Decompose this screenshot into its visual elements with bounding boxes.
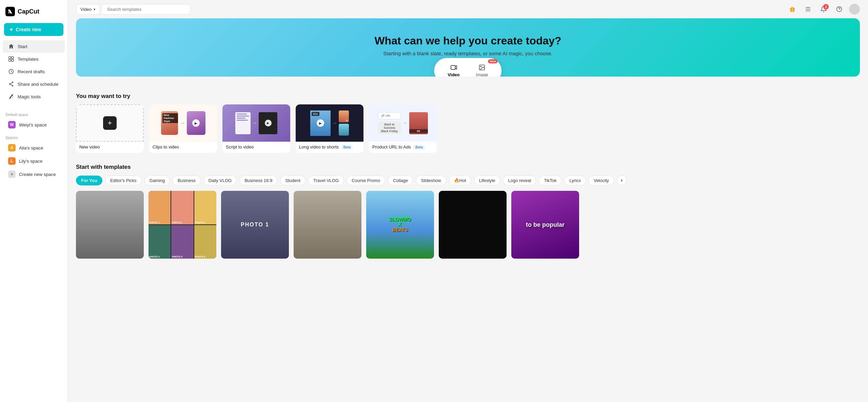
sidebar: CapCut + Create new Start Templates Rece… <box>0 0 68 402</box>
create-space-icon: + <box>8 170 16 178</box>
beta-badge-1: Beta <box>341 145 353 149</box>
chip-tiktok[interactable]: TikTok <box>539 176 561 185</box>
chip-hot[interactable]: 🔥Hot <box>449 176 471 185</box>
template-thumb-4[interactable] <box>294 191 361 259</box>
start-label: Start <box>18 44 27 49</box>
gift-button[interactable] <box>787 3 798 15</box>
svg-rect-4 <box>9 59 11 61</box>
photo1-text: PHOTO 1 <box>241 222 269 228</box>
clips-to-video-thumbnail: New Fashion Style → ▶ <box>149 104 217 142</box>
default-space-item[interactable]: W Weiyi's space <box>3 118 65 131</box>
chip-collage[interactable]: Collage <box>388 176 413 185</box>
create-new-button[interactable]: + Create new <box>4 23 63 36</box>
duration-label: 92s <box>312 112 319 116</box>
template-thumb-1[interactable] <box>76 191 144 259</box>
create-space-label: Create new space <box>19 172 56 177</box>
chip-course-promo[interactable]: Course Promo <box>347 176 385 185</box>
product-url-label: Product URL to Ads Beta <box>369 142 437 153</box>
video-tab-label: Video <box>448 72 459 77</box>
template-thumb-2[interactable]: PHOTO 1 PHOTO 2 PHOTO 3 PHOTO 4 PHOTO 5 … <box>149 191 216 259</box>
create-new-label: Create new <box>16 27 41 32</box>
chip-daily-vlog[interactable]: Daily VLOG <box>203 176 237 185</box>
svg-rect-13 <box>451 65 455 69</box>
hero-tab-video[interactable]: Video <box>441 61 466 77</box>
beta-badge-2: Beta <box>413 145 425 149</box>
share-icon <box>8 81 14 87</box>
try-card-new-video[interactable]: + New video <box>76 104 144 153</box>
hero-title: What can we help you create today? <box>87 35 849 47</box>
magic-tools-label: Magic tools <box>18 94 41 99</box>
chip-student[interactable]: Student <box>280 176 305 185</box>
chevron-down-icon: ▾ <box>94 7 95 11</box>
sidebar-item-recent-drafts[interactable]: Recent drafts <box>3 65 65 78</box>
photo-label-1: PHOTO 1 <box>149 221 160 224</box>
hero-tab-image[interactable]: Image New <box>469 61 495 77</box>
try-card-script-to-video[interactable]: → ▶ Script to video <box>222 104 290 153</box>
content-area: You may want to try + New video New Fash… <box>68 82 868 267</box>
chip-travel-vlog[interactable]: Travel VLOG <box>308 176 344 185</box>
main-content: Video ▾ 2 What can we help you create to… <box>68 0 868 402</box>
app-logo: CapCut <box>0 4 67 22</box>
create-new-space-item[interactable]: + Create new space <box>3 168 65 181</box>
default-space-avatar: W <box>8 121 16 128</box>
try-card-clips-to-video[interactable]: New Fashion Style → ▶ Clips to video <box>149 104 217 153</box>
chip-business-169[interactable]: Business 16:9 <box>239 176 277 185</box>
svg-point-8 <box>9 84 11 85</box>
script-to-video-thumbnail: → ▶ <box>222 104 290 142</box>
svg-point-15 <box>480 66 481 67</box>
template-thumb-5[interactable]: SLOWMOXBEATS <box>366 191 434 259</box>
new-video-label: New video <box>76 142 144 153</box>
chips-scroll-right[interactable]: › <box>617 175 627 185</box>
help-button[interactable] <box>833 3 845 15</box>
chip-lyrics[interactable]: Lyrics <box>564 176 586 185</box>
notification-button[interactable]: 2 <box>818 3 829 15</box>
chip-velocity[interactable]: Velocity <box>589 176 614 185</box>
play-icon: ▶ <box>265 120 272 126</box>
new-video-thumbnail: + <box>76 104 144 142</box>
templates-label: Templates <box>18 57 39 62</box>
photo-label-5: PHOTO 5 <box>172 256 182 258</box>
svg-rect-2 <box>9 57 11 59</box>
chip-for-you[interactable]: For You <box>76 176 102 185</box>
svg-rect-3 <box>12 57 14 59</box>
search-input[interactable] <box>102 4 191 15</box>
clips-to-video-label: Clips to video <box>149 142 217 153</box>
recent-drafts-label: Recent drafts <box>18 69 45 74</box>
layers-button[interactable] <box>802 3 814 15</box>
template-thumb-6[interactable] <box>439 191 507 259</box>
chip-slideshow[interactable]: Slideshow <box>416 176 446 185</box>
default-space-name: Weiyi's space <box>19 122 47 127</box>
hero-tabs: Video Image New <box>434 58 501 77</box>
chip-logo-reveal[interactable]: Logo reveal <box>503 176 536 185</box>
photo-label-4: PHOTO 4 <box>149 256 160 258</box>
magic-icon <box>8 94 14 100</box>
space-item-lily[interactable]: L Lily's space <box>3 155 65 167</box>
svg-rect-5 <box>12 59 14 61</box>
template-thumb-3[interactable]: PHOTO 1 <box>221 191 289 259</box>
sidebar-item-start[interactable]: Start <box>3 40 65 53</box>
chip-lifestyle[interactable]: Lifestyle <box>474 176 500 185</box>
filter-chips: For You Editor's Picks Gaming Business D… <box>76 175 860 185</box>
topbar: Video ▾ 2 <box>68 0 868 18</box>
clock-icon <box>8 68 14 75</box>
alia-space-name: Alia's space <box>19 145 43 150</box>
chip-gaming[interactable]: Gaming <box>144 176 170 185</box>
chip-editors-picks[interactable]: Editor's Picks <box>105 176 142 185</box>
hero-banner: What can we help you create today? Start… <box>76 18 860 77</box>
try-card-long-video-to-shorts[interactable]: 92s ▶ → 8s <box>296 104 363 153</box>
template-thumb-7[interactable]: to be popular <box>511 191 579 259</box>
user-avatar[interactable] <box>849 4 860 15</box>
long-video-label-text: Long video to shorts <box>299 144 339 149</box>
chip-business[interactable]: Business <box>173 176 201 185</box>
video-dropdown[interactable]: Video ▾ <box>76 4 100 15</box>
notification-badge: 2 <box>823 4 829 9</box>
sidebar-item-templates[interactable]: Templates <box>3 53 65 65</box>
product-url-thumbnail: 🔗URL Back toSuccessBlack Friday → AD <box>369 104 437 142</box>
try-card-product-url[interactable]: 🔗URL Back toSuccessBlack Friday → AD Pro… <box>369 104 437 153</box>
sidebar-item-magic-tools[interactable]: Magic tools <box>3 91 65 103</box>
space-item-alia[interactable]: A Alia's space <box>3 141 65 154</box>
share-schedule-label: Share and schedule <box>18 82 58 87</box>
sidebar-item-share-schedule[interactable]: Share and schedule <box>3 78 65 90</box>
arrow-icon: → <box>179 120 185 127</box>
lily-space-avatar: L <box>8 157 16 165</box>
